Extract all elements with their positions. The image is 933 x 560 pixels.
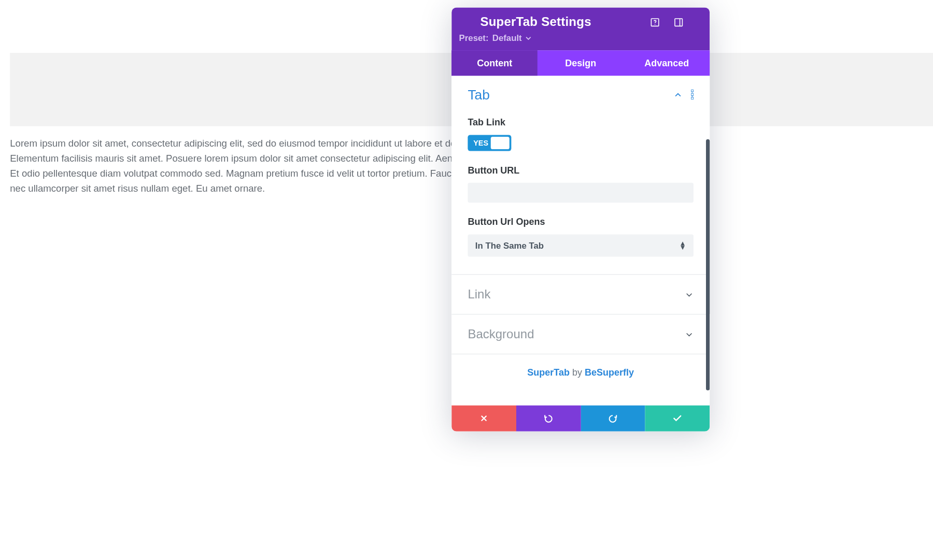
field-label: Button Url Opens xyxy=(468,217,694,227)
check-icon xyxy=(672,413,682,423)
svg-point-9 xyxy=(697,21,700,23)
select-arrows-icon: ▲▼ xyxy=(680,241,686,250)
more-icon[interactable] xyxy=(697,17,700,27)
credit-brand[interactable]: SuperTab xyxy=(527,367,570,377)
credit-by: by xyxy=(572,367,582,377)
svg-point-12 xyxy=(691,93,694,96)
panel-body: Tab Tab Link YES Bu xyxy=(451,76,710,405)
panel-title: SuperTab Settings xyxy=(480,15,641,30)
section-link[interactable]: Link xyxy=(451,274,710,314)
toggle-knob xyxy=(491,137,510,149)
undo-button[interactable] xyxy=(516,405,581,431)
section-more-icon[interactable] xyxy=(691,89,694,102)
redo-icon xyxy=(608,413,618,423)
field-button-url: Button URL xyxy=(468,165,694,203)
undo-icon xyxy=(543,413,553,423)
panel-tab-advanced[interactable]: Advanced xyxy=(624,50,710,76)
help-icon[interactable] xyxy=(650,17,660,27)
field-button-url-opens: Button Url Opens In The Same Tab ▲▼ xyxy=(468,217,694,257)
settings-panel: SuperTab Settings Preset: Default xyxy=(451,7,710,431)
section-tab: Tab Tab Link YES Bu xyxy=(451,76,710,256)
panel-footer xyxy=(451,405,710,431)
scrollbar[interactable] xyxy=(706,139,710,391)
button-url-opens-select[interactable]: In The Same Tab ▲▼ xyxy=(468,234,694,256)
chevron-down-icon xyxy=(685,290,694,299)
svg-point-6 xyxy=(655,24,656,25)
chevron-up-icon xyxy=(674,91,683,99)
dock-icon[interactable] xyxy=(674,17,684,27)
svg-point-11 xyxy=(691,90,694,92)
section-background[interactable]: Background xyxy=(451,314,710,354)
panel-header: SuperTab Settings Preset: Default xyxy=(451,7,710,50)
section-title: Background xyxy=(468,327,534,341)
chevron-down-icon xyxy=(685,330,694,339)
field-label: Button URL xyxy=(468,165,694,175)
save-button[interactable] xyxy=(645,405,710,431)
panel-tab-content[interactable]: Content xyxy=(451,50,538,76)
tab-link-toggle[interactable]: YES xyxy=(468,135,511,151)
back-icon[interactable] xyxy=(459,15,472,28)
button-url-input[interactable] xyxy=(468,183,694,203)
select-value: In The Same Tab xyxy=(475,240,544,250)
credit-author[interactable]: BeSuperfly xyxy=(585,367,634,377)
panel-tabs: Content Design Advanced xyxy=(451,50,710,76)
field-label: Tab Link xyxy=(468,117,694,127)
credit: SuperTab by BeSuperfly xyxy=(451,354,710,403)
section-title: Link xyxy=(468,287,490,301)
section-tab-header[interactable]: Tab xyxy=(468,87,694,103)
section-title: Tab xyxy=(468,87,490,103)
close-icon xyxy=(479,414,488,423)
panel-tab-design[interactable]: Design xyxy=(538,50,624,76)
svg-point-8 xyxy=(697,17,700,20)
preset-selector[interactable]: Preset: Default xyxy=(459,33,700,43)
svg-point-10 xyxy=(697,24,700,27)
preset-prefix: Preset: xyxy=(459,33,489,43)
svg-point-13 xyxy=(691,97,694,99)
toggle-state-label: YES xyxy=(470,139,488,148)
svg-rect-7 xyxy=(675,18,682,25)
cancel-button[interactable] xyxy=(451,405,516,431)
redo-button[interactable] xyxy=(581,405,645,431)
preset-value: Default xyxy=(492,33,522,43)
caret-down-icon xyxy=(526,35,531,41)
field-tab-link: Tab Link YES xyxy=(468,117,694,151)
